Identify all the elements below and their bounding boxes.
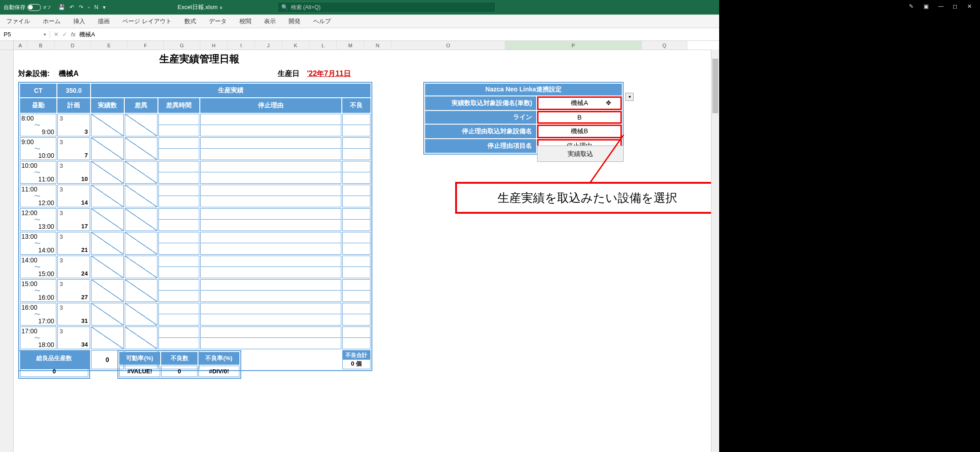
cell-dropdown-button[interactable]: ▾ [625,93,634,101]
stopreason-cell[interactable] [200,256,341,278]
col-header[interactable]: I [228,41,255,50]
save-icon[interactable]: 💾 [58,4,65,10]
difftime-cell[interactable] [158,114,199,136]
cancel-icon[interactable]: ✕ [54,31,59,38]
diff-cell[interactable] [125,114,157,136]
minimize-icon[interactable]: — [938,3,946,11]
maximize-icon[interactable]: ◻ [953,3,961,11]
close-icon[interactable]: ✕ [967,3,975,11]
diff-cell[interactable] [125,326,157,349]
defect-cell[interactable] [342,208,371,231]
worksheet-grid[interactable]: 生産実績管理日報 対象設備: 機械A 生産日 '22年7月11日 CT 350.… [0,50,980,452]
plan-cell[interactable]: 37 [57,137,90,160]
nazca-stop-equip-cell[interactable]: 機械B [537,125,622,138]
time-cell[interactable]: 15:00〜16:00 [20,279,56,302]
difftime-cell[interactable] [158,137,199,160]
stopreason-cell[interactable] [200,208,341,231]
ribbon-tab[interactable]: 数式 [178,17,203,25]
actual-cell[interactable] [91,303,124,326]
defect-cell[interactable] [342,279,371,302]
col-header[interactable]: Q [642,41,687,50]
actual-cell[interactable] [91,185,124,207]
diff-cell[interactable] [125,256,157,278]
window-icon[interactable]: ▣ [924,3,932,11]
time-cell[interactable]: 9:00〜10:00 [20,137,56,160]
diff-cell[interactable] [125,137,157,160]
redo-icon[interactable]: ↷ [79,4,83,10]
ribbon-tab[interactable]: ホーム [36,17,67,25]
pen-icon[interactable]: ✎ [909,3,917,11]
plan-cell[interactable]: 321 [57,232,90,255]
col-header[interactable]: F [127,41,164,50]
ribbon-tab[interactable]: 表示 [258,17,282,25]
vertical-scrollbar[interactable] [711,50,719,452]
actual-cell[interactable] [91,114,124,136]
plan-cell[interactable]: 334 [57,326,90,349]
difftime-cell[interactable] [158,161,199,184]
nazca-equipment-cell[interactable]: 機械A ✥ [537,96,622,110]
defect-cell[interactable] [342,161,371,184]
actual-cell[interactable] [91,208,124,231]
col-header[interactable]: N [364,41,391,50]
diff-cell[interactable] [125,185,157,207]
autosave-toggle[interactable]: 自動保存 オフ [0,4,55,11]
defect-cell[interactable] [342,256,371,278]
diff-cell[interactable] [125,161,157,184]
enter-icon[interactable]: ✓ [62,31,67,38]
stopreason-cell[interactable] [200,232,341,255]
stopreason-cell[interactable] [200,279,341,302]
defect-cell[interactable] [342,137,371,160]
ribbon-tab[interactable]: 挿入 [67,17,91,25]
filename[interactable]: Excel日報.xlsm ∨ [178,3,223,11]
defect-cell[interactable] [342,185,371,207]
col-header[interactable]: B [27,41,55,50]
col-header[interactable]: E [91,41,127,50]
col-header[interactable]: M [337,41,364,50]
name-box[interactable]: P5 ▾ [0,31,50,38]
col-header[interactable]: J [255,41,282,50]
col-header-selected[interactable]: P [505,41,642,50]
ribbon-tab[interactable]: 開発 [282,17,307,25]
defect-cell[interactable] [342,114,371,136]
qat-dropdown-icon[interactable]: ▾ [103,4,106,10]
actual-cell[interactable] [91,256,124,278]
time-cell[interactable]: 11:00〜12:00 [20,185,56,207]
defect-cell[interactable] [342,232,371,255]
diff-cell[interactable] [125,279,157,302]
difftime-cell[interactable] [158,232,199,255]
actual-cell[interactable] [91,232,124,255]
actual-cell[interactable] [91,279,124,302]
diff-cell[interactable] [125,208,157,231]
qat-icon[interactable]: ▫ [88,4,90,10]
plan-cell[interactable]: 310 [57,161,90,184]
ribbon-tab[interactable]: ヘルプ [307,17,337,25]
plan-cell[interactable]: 314 [57,185,90,207]
difftime-cell[interactable] [158,208,199,231]
difftime-cell[interactable] [158,303,199,326]
difftime-cell[interactable] [158,326,199,349]
formula-value[interactable]: 機械A [79,30,95,39]
ribbon-tab[interactable]: ページ レイアウト [116,17,178,25]
stopreason-cell[interactable] [200,114,341,136]
col-header[interactable]: O [391,41,505,50]
plan-cell[interactable]: 33 [57,114,90,136]
col-header[interactable]: G [164,41,200,50]
search-box[interactable]: 🔍 検索 (Alt+Q) [277,2,496,13]
stopreason-cell[interactable] [200,137,341,160]
nazca-line-cell[interactable]: B [537,111,622,124]
time-cell[interactable]: 14:00〜15:00 [20,256,56,278]
stopreason-cell[interactable] [200,303,341,326]
difftime-cell[interactable] [158,185,199,207]
undo-icon[interactable]: ↶ [70,4,74,10]
defect-cell[interactable] [342,303,371,326]
stopreason-cell[interactable] [200,326,341,349]
difftime-cell[interactable] [158,279,199,302]
time-cell[interactable]: 17:00〜18:00 [20,326,56,349]
actual-cell[interactable] [91,161,124,184]
plan-cell[interactable]: 331 [57,303,90,326]
select-all-corner[interactable] [0,41,14,50]
time-cell[interactable]: 12:00〜13:00 [20,208,56,231]
time-cell[interactable]: 8:00〜9:00 [20,114,56,136]
ribbon-tab[interactable]: ファイル [0,17,36,25]
ribbon-tab[interactable]: 校閲 [233,17,258,25]
